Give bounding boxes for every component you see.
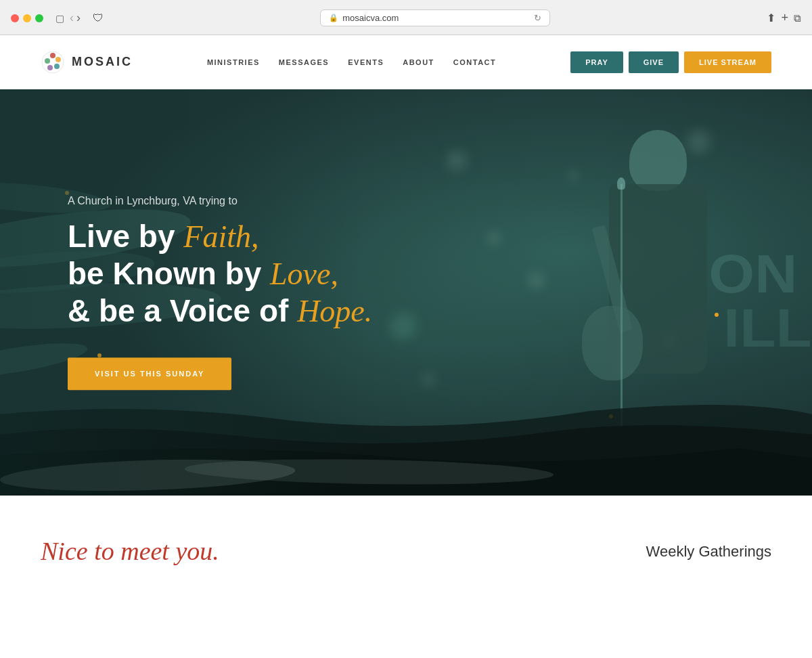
site-header: MOSAIC MINISTRIES MESSAGES EVENTS ABOUT …	[0, 35, 812, 89]
forward-button[interactable]: ›	[76, 11, 81, 25]
nice-to-meet-text: Nice to meet you.	[41, 536, 219, 566]
lock-icon: 🔒	[329, 14, 338, 22]
close-button[interactable]	[11, 14, 19, 22]
tab-overview-icon[interactable]: ⧉	[794, 12, 801, 24]
website: MOSAIC MINISTRIES MESSAGES EVENTS ABOUT …	[0, 35, 812, 597]
accent-dot-1	[65, 191, 69, 195]
new-tab-icon[interactable]: +	[781, 11, 788, 25]
line3-white: & be a Voice of	[68, 294, 297, 329]
back-button[interactable]: ‹	[70, 11, 74, 25]
browser-controls: ▢ ‹ ›	[55, 11, 81, 25]
url-text: mosaicva.com	[342, 13, 399, 23]
give-button[interactable]: GIVE	[629, 51, 679, 73]
nav-messages[interactable]: MESSAGES	[279, 58, 329, 66]
address-bar-container: 🔒 mosaicva.com ↻	[110, 9, 760, 26]
maximize-button[interactable]	[35, 14, 43, 22]
mic-stand	[621, 184, 623, 455]
person-head	[629, 130, 687, 191]
svg-point-6	[51, 60, 55, 64]
share-icon[interactable]: ⬆	[767, 12, 775, 24]
accent-dot-5	[179, 471, 183, 475]
nav-events[interactable]: EVENTS	[348, 58, 384, 66]
mic-head	[617, 177, 625, 190]
guitar-shape	[568, 225, 717, 428]
line1-accent: Faith,	[183, 219, 258, 254]
nav-contact[interactable]: CONTACT	[453, 58, 496, 66]
logo-icon	[41, 50, 65, 74]
browser-chrome: ▢ ‹ › 🛡 🔒 mosaicva.com ↻ ⬆ + ⧉	[0, 0, 812, 35]
hero-subtitle: A Church in Lynchburg, VA trying to	[68, 195, 372, 207]
sidebar-toggle-icon[interactable]: ▢	[55, 13, 64, 24]
main-nav: MINISTRIES MESSAGES EVENTS ABOUT CONTACT	[207, 58, 496, 66]
svg-point-4	[47, 65, 53, 70]
person-body	[568, 130, 758, 455]
bottom-section: Nice to meet you. Weekly Gatherings	[0, 496, 812, 597]
visit-sunday-button[interactable]: VISIT US THIS SUNDAY	[68, 357, 231, 390]
nav-about[interactable]: ABOUT	[403, 58, 434, 66]
hero-headline: Live by Faith, be Known by Love, & be a …	[68, 218, 372, 330]
line1-white: Live by	[68, 219, 183, 254]
browser-right-actions: ⬆ + ⧉	[767, 11, 801, 25]
svg-point-3	[54, 64, 60, 69]
livestream-button[interactable]: LIVE STREAM	[684, 51, 771, 73]
minimize-button[interactable]	[23, 14, 31, 22]
nav-ministries[interactable]: MINISTRIES	[207, 58, 260, 66]
headline-line-2: be Known by Love,	[68, 255, 372, 292]
traffic-lights	[11, 14, 43, 22]
headline-line-3: & be a Voice of Hope.	[68, 293, 372, 330]
guitar-body	[582, 306, 643, 380]
headline-line-1: Live by Faith,	[68, 218, 372, 255]
line2-white: be Known by	[68, 256, 270, 291]
logo-text: MOSAIC	[72, 55, 133, 69]
hero-content: A Church in Lynchburg, VA trying to Live…	[68, 195, 372, 390]
logo-area: MOSAIC	[41, 50, 133, 74]
address-bar[interactable]: 🔒 mosaicva.com ↻	[320, 9, 550, 26]
svg-point-1	[50, 53, 55, 58]
line2-accent: Love,	[270, 257, 338, 291]
weekly-gatherings-text: Weekly Gatherings	[646, 536, 771, 561]
svg-point-2	[55, 57, 61, 62]
header-buttons: PRAY GIVE LIVE STREAM	[570, 51, 771, 73]
pray-button[interactable]: PRAY	[570, 51, 623, 73]
musician-silhouette	[325, 89, 812, 496]
line3-accent: Hope.	[297, 294, 372, 329]
shield-icon: 🛡	[93, 12, 104, 24]
reload-icon[interactable]: ↻	[534, 13, 541, 23]
hero-section: ON GOD ILL A Church in Lynchburg, VA try…	[0, 89, 812, 496]
svg-point-5	[45, 58, 50, 64]
